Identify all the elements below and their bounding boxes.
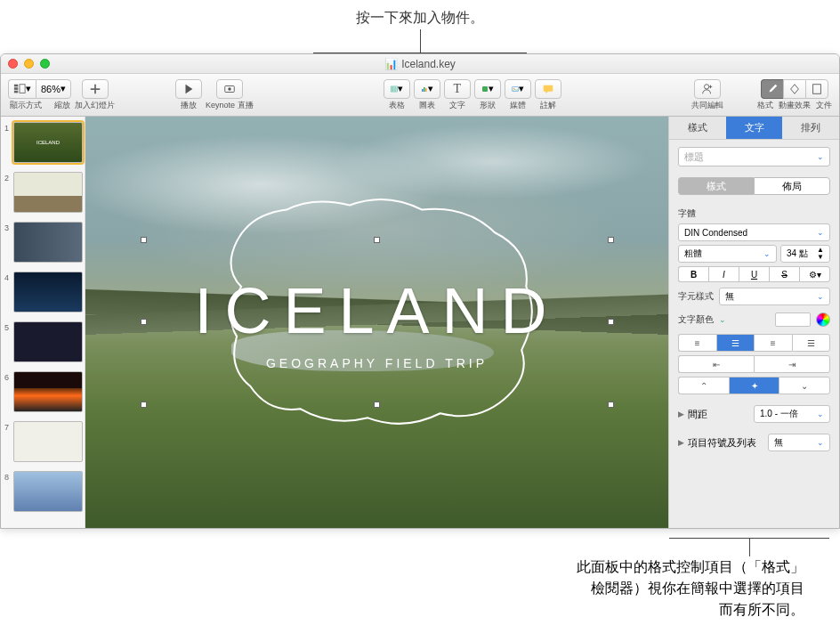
text-color-swatch[interactable] <box>775 312 811 327</box>
play-button[interactable] <box>175 79 202 99</box>
slide-thumb-7[interactable]: 7 <box>4 421 81 462</box>
slide-thumb-2[interactable]: 2 <box>4 172 81 213</box>
brush-icon <box>766 83 779 95</box>
align-left-button[interactable]: ≡ <box>678 334 716 352</box>
table-button[interactable]: ▾ <box>384 79 410 99</box>
paragraph-style-select[interactable]: 標題⌄ <box>678 147 830 166</box>
filename-label: Iceland.key <box>401 58 456 70</box>
bullets-disclosure[interactable]: ▶ 項目符號及列表 無⌄ <box>678 434 830 451</box>
document-button[interactable] <box>805 79 828 99</box>
thumb-preview <box>13 321 83 362</box>
text-label: 文字 <box>449 100 465 111</box>
comment-label: 註解 <box>540 100 556 111</box>
animate-label: 動畫效果 <box>779 100 811 111</box>
slide: ICELAND GEOGRAPHY FIELD TRIP <box>85 117 668 528</box>
slide-thumb-4[interactable]: 4 <box>4 272 81 312</box>
slide-thumb-6[interactable]: 6 <box>4 371 81 412</box>
svg-point-12 <box>513 87 515 89</box>
chart-button[interactable]: ▾ <box>414 79 440 99</box>
annotation-top: 按一下來加入物件。 <box>0 9 840 28</box>
slide-canvas[interactable]: ICELAND GEOGRAPHY FIELD TRIP <box>85 117 668 528</box>
align-center-button[interactable]: ☰ <box>716 334 755 352</box>
font-family-value: DIN Condensed <box>684 228 747 238</box>
keynote-live-label: Keynote 直播 <box>206 100 254 111</box>
spacing-label: 間距 <box>688 408 707 421</box>
svg-rect-0 <box>14 84 18 86</box>
svg-rect-10 <box>482 86 488 92</box>
seg-layout[interactable]: 佈局 <box>754 177 830 195</box>
seg-style[interactable]: 樣式 <box>678 177 754 195</box>
align-right-button[interactable]: ≡ <box>754 334 792 352</box>
slide-navigator[interactable]: 1ICELAND 2 3 4 5 6 7 8 <box>1 117 85 528</box>
document-title: 📊 Iceland.key <box>384 58 456 70</box>
tab-text[interactable]: 文字 <box>726 117 783 139</box>
selection-handle[interactable] <box>141 319 147 325</box>
strikethrough-button[interactable]: S <box>769 266 799 282</box>
tab-arrange[interactable]: 排列 <box>782 117 839 139</box>
spacing-value: 1.0 - 一倍 <box>760 408 798 420</box>
valign-bottom-button[interactable]: ⌄ <box>779 377 830 394</box>
format-label: 格式 <box>757 100 773 111</box>
valign-middle-button[interactable]: ✦ <box>729 377 779 394</box>
table-label: 表格 <box>389 100 405 111</box>
style-layout-segment: 樣式 佈局 <box>678 177 830 195</box>
format-button[interactable] <box>761 79 783 99</box>
slide-thumb-3[interactable]: 3 <box>4 222 81 263</box>
keynote-live-button[interactable] <box>216 79 243 99</box>
thumb-preview <box>13 272 83 312</box>
selection-handle[interactable] <box>608 402 614 408</box>
align-justify-button[interactable]: ☰ <box>792 334 831 352</box>
zoom-button[interactable]: 86%▾ <box>36 79 71 99</box>
selection-handle[interactable] <box>374 402 380 408</box>
advanced-options-button[interactable]: ⚙︎▾ <box>799 266 830 282</box>
slide-thumb-1[interactable]: 1ICELAND <box>4 122 81 163</box>
shape-button[interactable]: ▾ <box>474 79 501 99</box>
valign-top-button[interactable]: ⌃ <box>678 377 729 394</box>
comment-button[interactable] <box>535 79 561 99</box>
selection-handle[interactable] <box>374 237 380 243</box>
selection-handle[interactable] <box>608 319 614 325</box>
view-button[interactable]: ▾ <box>8 79 36 99</box>
indent-button[interactable]: ⇥ <box>754 355 830 373</box>
selection-handle[interactable] <box>141 237 147 243</box>
outdent-button[interactable]: ⇤ <box>678 355 754 373</box>
valign-bottom-icon: ⌄ <box>801 381 808 391</box>
italic-button[interactable]: I <box>708 266 739 282</box>
bold-button[interactable]: B <box>678 266 708 282</box>
spacing-disclosure[interactable]: ▶ 間距 1.0 - 一倍⌄ <box>678 405 830 423</box>
media-button[interactable]: ▾ <box>505 79 531 99</box>
char-style-select[interactable]: 無⌄ <box>719 288 830 305</box>
svg-point-5 <box>228 87 231 91</box>
selection-handle[interactable] <box>608 237 614 243</box>
valign-middle-icon: ✦ <box>751 381 758 391</box>
thumb-preview <box>13 222 83 263</box>
bullets-select[interactable]: 無⌄ <box>768 434 830 451</box>
slide-thumb-5[interactable]: 5 <box>4 321 81 362</box>
color-picker-button[interactable] <box>816 312 830 327</box>
chevron-down-icon: ⌄ <box>817 228 824 237</box>
minimize-window-button[interactable] <box>24 59 34 69</box>
text-button[interactable]: T <box>444 79 471 99</box>
tab-style[interactable]: 樣式 <box>669 117 726 139</box>
svg-rect-1 <box>14 87 18 90</box>
thumb-preview: ICELAND <box>13 122 83 163</box>
bullets-label: 項目符號及列表 <box>688 436 756 450</box>
paragraph-style-value: 標題 <box>684 150 704 164</box>
underline-button[interactable]: U <box>739 266 769 282</box>
svg-rect-7 <box>422 89 424 92</box>
selection-handle[interactable] <box>141 402 147 408</box>
add-slide-button[interactable] <box>82 79 109 99</box>
font-family-select[interactable]: DIN Condensed⌄ <box>678 223 830 241</box>
animate-button[interactable] <box>783 79 805 99</box>
outdent-icon: ⇤ <box>713 360 720 369</box>
font-weight-select[interactable]: 粗體⌄ <box>678 245 777 263</box>
indent-icon: ⇥ <box>788 360 796 369</box>
close-window-button[interactable] <box>8 59 18 69</box>
font-size-stepper[interactable]: 34 點▲▼ <box>780 245 830 263</box>
collaborate-button[interactable] <box>694 79 721 99</box>
spacing-select[interactable]: 1.0 - 一倍⌄ <box>754 405 830 423</box>
zoom-window-button[interactable] <box>40 59 50 69</box>
title-text-box[interactable]: ICELAND GEOGRAPHY FIELD TRIP <box>144 240 610 405</box>
slide-thumb-8[interactable]: 8 <box>4 471 81 512</box>
gear-icon: ⚙︎ <box>809 270 817 280</box>
